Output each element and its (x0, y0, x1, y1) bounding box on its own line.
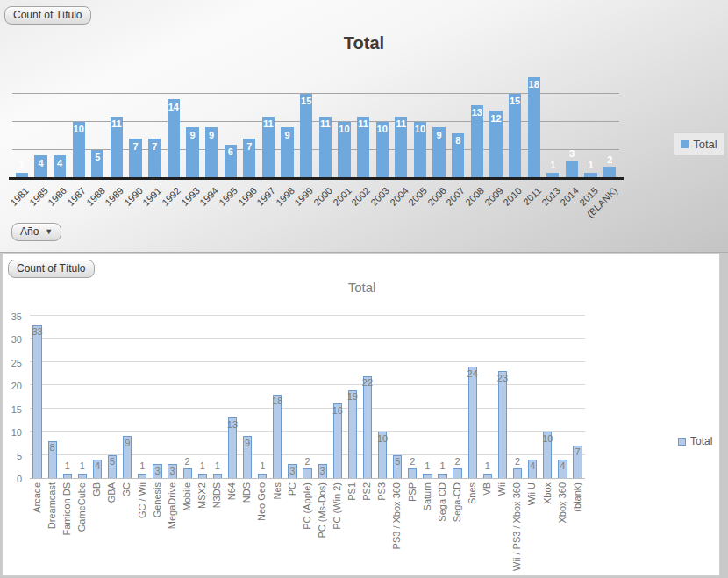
bar-slot: 8 (448, 73, 467, 178)
x-axis-label: PC (Win 2) (332, 482, 343, 530)
x-axis-label-slot: Sega CD (435, 482, 450, 575)
x-axis-label: GC (122, 482, 132, 497)
x-axis-label: NDS (242, 482, 253, 503)
x-axis-label: 2002 (349, 185, 372, 208)
x-axis-label: 1999 (293, 185, 316, 208)
pivot-field-button-count-of-titulo[interactable]: Count of Título (8, 260, 95, 278)
x-axis-label-slot: 2011 (525, 182, 544, 236)
bar-slot: 3 (165, 317, 180, 478)
x-axis-label-slot: Sega-CD (450, 482, 465, 575)
x-axis-label: 1992 (160, 185, 182, 208)
bar-slot: 11 (107, 73, 126, 178)
x-axis-label: Xbox (543, 482, 553, 504)
x-axis-label-slot: 1996 (240, 182, 260, 236)
pivot-field-button-label: Count of Título (17, 262, 86, 275)
x-axis-label-slot: Dreamcast (45, 482, 60, 575)
x-axis-label-slot: GC (120, 482, 135, 575)
bar (348, 390, 357, 478)
x-axis-label: 2005 (406, 185, 429, 208)
x-axis-label: Sega-CD (453, 482, 463, 522)
bar-slot: 1 (135, 317, 150, 478)
legend-label: Total (690, 435, 712, 447)
x-axis-label-slot: NDS (240, 482, 255, 575)
x-axis-label-slot: Wii (495, 482, 510, 575)
bar-slot: 5 (105, 317, 120, 478)
x-axis-label: PS1 (347, 482, 358, 501)
bar-slot: 2 (300, 317, 315, 478)
bar-slot: 9 (202, 73, 221, 178)
x-axis-label-slot: PS3 / Xbox 360 (390, 482, 405, 575)
x-axis-label-slot: 2007 (448, 182, 467, 236)
bar-slot: 1 (60, 317, 75, 478)
bar-slot: 2 (405, 317, 420, 478)
bar-slot: 7 (145, 73, 164, 178)
x-axis-label-slot: Snes (465, 482, 480, 575)
x-axis-label: 1988 (84, 185, 107, 208)
y-axis-label: 5 (17, 451, 22, 461)
x-axis-label: 1991 (141, 185, 164, 208)
bar-slot: 11 (259, 73, 278, 178)
bar-slot: 13 (225, 317, 239, 478)
x-axis-label-slot: PS2 (360, 482, 375, 575)
pivot-axis-field-label: Año (20, 225, 39, 238)
x-axis-label-slot: 1995 (221, 182, 240, 236)
bar (438, 474, 446, 478)
bar (423, 474, 432, 478)
x-axis-label: MegaDrive (168, 482, 178, 529)
x-axis-label: 2011 (521, 185, 543, 207)
x-axis-label-slot: Nes (270, 482, 285, 575)
x-axis-label: MSX2 (197, 482, 208, 509)
x-axis-label: 2007 (445, 185, 467, 208)
x-axis-label: 2009 (482, 185, 505, 208)
bar-slot: 1 (195, 317, 210, 478)
x-axis-label-slot: 1990 (126, 182, 146, 236)
x-axis-label: Wii / PS3 / Xbox 360 (512, 482, 523, 571)
x-axis-label-slot: (blank) (570, 482, 585, 575)
bar-slot: 1 (544, 73, 563, 178)
x-axis-label: 1998 (274, 185, 296, 208)
x-axis-label-slot: 2002 (353, 182, 373, 236)
pivot-field-button-count-of-titulo[interactable]: Count of Título (4, 6, 91, 25)
x-axis-labels-platforms: ArcadeDreamcastFamicon DSGameCubeGBGBAGC… (30, 482, 585, 575)
x-axis-label-slot: N3DS (210, 482, 225, 575)
x-axis-label: Mobile (182, 482, 193, 510)
x-axis-label: N64 (227, 482, 238, 500)
x-axis-label: Nes (273, 482, 283, 500)
top-chart-panel: Count of Título Total 144105117714996711… (0, 0, 728, 253)
x-axis-label: 1987 (65, 185, 88, 208)
x-axis-label: 1985 (27, 185, 50, 208)
x-axis-label-slot: 1991 (145, 182, 164, 236)
x-axis-label-slot: Famicon DS (60, 482, 75, 575)
bar-slot: 9 (240, 317, 255, 478)
dropdown-arrow-icon: ▼ (45, 228, 53, 236)
bar-slot: 1 (435, 317, 450, 478)
x-axis-label: 1996 (236, 185, 259, 208)
x-axis-label-slot: GB (89, 482, 104, 575)
x-axis-label: 2008 (463, 185, 486, 208)
bar-slot: 24 (465, 317, 480, 478)
legend: Total (674, 132, 724, 156)
bar-slot: 2 (510, 317, 525, 478)
x-axis-label: Sega CD (438, 482, 448, 522)
x-axis-label-slot: 2008 (467, 182, 487, 236)
pivot-axis-field-button-anio[interactable]: Año ▼ (11, 223, 61, 241)
x-axis-label-slot: GC / Wii (135, 482, 150, 575)
x-axis-label: GameCube (77, 482, 88, 532)
x-axis-label-slot: Neo Geo (255, 482, 270, 575)
x-axis-label-slot: 1989 (107, 182, 126, 236)
x-axis-label: 1994 (197, 185, 220, 208)
x-axis-label-slot: 2000 (316, 182, 335, 236)
x-axis-label: Neo Geo (257, 482, 268, 521)
x-axis-label-slot: GBA (105, 482, 120, 575)
x-axis-label: Wii U (527, 482, 538, 505)
gridline (30, 315, 585, 316)
bar-slot: 6 (221, 73, 240, 178)
x-axis-label: 1995 (217, 185, 239, 208)
x-axis-label: GBA (107, 482, 118, 503)
x-axis-label-slot: N64 (225, 482, 239, 575)
bar (483, 474, 492, 478)
x-axis-label-slot: 2001 (335, 182, 354, 236)
x-axis-label-slot: Wii U (525, 482, 540, 575)
x-axis-label-slot: 1997 (259, 182, 278, 236)
bar-slot: 10 (410, 73, 430, 178)
